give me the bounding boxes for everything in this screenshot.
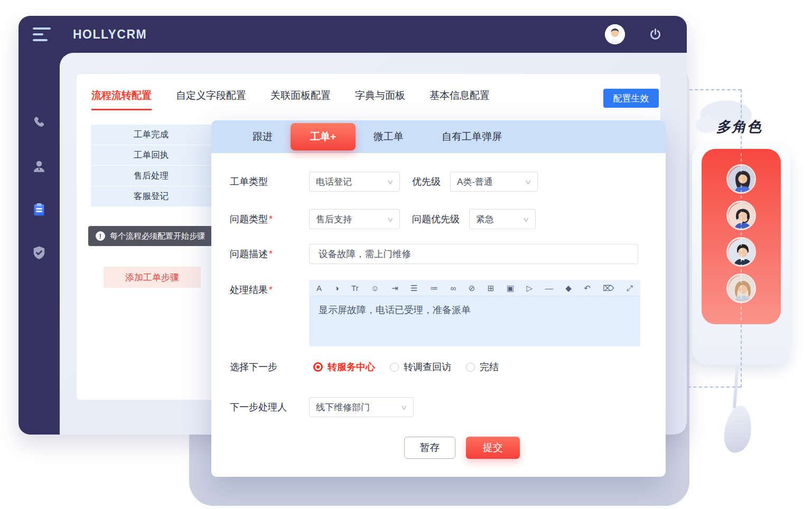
chevron-down-icon: ∨ bbox=[522, 215, 530, 223]
dashed-line bbox=[688, 387, 741, 388]
insert-link-icon[interactable]: ∞ bbox=[451, 284, 456, 292]
tab-custom-fields[interactable]: 自定义字段配置 bbox=[176, 89, 246, 110]
notice-tooltip: ! 每个流程必须配置开始步骤 bbox=[88, 226, 212, 246]
apply-config-button[interactable]: 配置生效 bbox=[603, 89, 659, 108]
tab-process-flow[interactable]: 流程流转配置 bbox=[91, 89, 152, 110]
menu-icon[interactable] bbox=[33, 27, 51, 41]
add-step-button[interactable]: 添加工单步骤 bbox=[104, 267, 201, 288]
power-icon[interactable] bbox=[648, 27, 662, 42]
dashed-line bbox=[741, 153, 742, 320]
step-item-complete[interactable]: 工单完成 bbox=[91, 125, 211, 145]
chevron-down-icon: ∨ bbox=[400, 403, 408, 411]
save-draft-button[interactable]: 暂存 bbox=[404, 437, 455, 459]
font-format-icon[interactable]: Tr bbox=[351, 284, 359, 292]
table-icon[interactable]: ⊞ bbox=[488, 284, 494, 292]
issue-desc-label: 问题描述* bbox=[230, 248, 309, 260]
drop-stem-shape bbox=[733, 363, 739, 409]
tab-dictionary-panel[interactable]: 字典与面板 bbox=[355, 89, 405, 110]
video-icon[interactable]: ▷ bbox=[527, 284, 533, 292]
radio-survey-callback[interactable]: 转调查回访 bbox=[390, 361, 451, 373]
issue-priority-label: 问题优先级 bbox=[412, 213, 460, 225]
eraser-icon[interactable]: ◆ bbox=[565, 284, 572, 292]
config-tabbar: 流程流转配置 自定义字段配置 关联面板配置 字典与面板 基本信息配置 bbox=[91, 89, 490, 110]
modal-tab-follow[interactable]: 跟进 bbox=[238, 130, 287, 144]
next-step-label: 选择下一步 bbox=[230, 361, 313, 373]
phone-icon[interactable] bbox=[31, 115, 47, 131]
emoji-icon[interactable]: ☺ bbox=[371, 284, 379, 292]
radio-service-center[interactable]: 转服务中心 bbox=[313, 361, 375, 373]
user-avatar[interactable] bbox=[605, 24, 625, 44]
notice-text: 每个流程必须配置开始步骤 bbox=[110, 231, 205, 241]
issue-type-label: 问题类型* bbox=[230, 213, 309, 225]
avatar-face bbox=[605, 24, 625, 44]
list-icon[interactable]: ≔ bbox=[430, 284, 438, 292]
multi-role-label: 多角色 bbox=[716, 117, 762, 136]
app-title: HOLLYCRM bbox=[73, 27, 147, 42]
dashed-line bbox=[741, 89, 742, 149]
text-style-icon[interactable]: A bbox=[316, 284, 322, 292]
tab-linked-panel[interactable]: 关联面板配置 bbox=[270, 89, 331, 110]
next-handler-select[interactable]: 线下维修部门∨ bbox=[309, 397, 414, 417]
workorder-clipboard-icon[interactable] bbox=[31, 202, 47, 218]
tab-basic-info[interactable]: 基本信息配置 bbox=[430, 89, 490, 110]
modal-tab-popup[interactable]: 自有工单弹屏 bbox=[418, 130, 517, 144]
sidebar bbox=[18, 53, 60, 435]
exclamation-icon: ! bbox=[96, 231, 105, 241]
chevron-down-icon: ∨ bbox=[525, 178, 532, 186]
result-label: 处理结果* bbox=[230, 280, 309, 296]
next-handler-label: 下一步处理人 bbox=[230, 401, 309, 413]
step-item-aftersales[interactable]: 售后处理 bbox=[91, 166, 211, 186]
delete-icon[interactable]: ⌦ bbox=[603, 284, 614, 292]
order-type-select[interactable]: 电话登记∨ bbox=[309, 172, 400, 192]
radio-finish[interactable]: 完结 bbox=[466, 361, 499, 373]
workorder-modal: 跟进 工单+ 微工单 自有工单弹屏 工单类型 电话登记∨ 优先级 A类-普通∨ … bbox=[211, 120, 666, 477]
editor-content[interactable]: 显示屏故障，电话已受理，准备派单 bbox=[309, 296, 640, 346]
priority-select[interactable]: A类-普通∨ bbox=[450, 172, 538, 192]
app-header: HOLLYCRM bbox=[18, 16, 687, 53]
rich-text-editor: A◑Tr☺⇥☰≔∞⊘⊞▣▷—◆↶⌦⤢ 显示屏故障，电话已受理，准备派单 bbox=[309, 280, 640, 346]
dashed-line bbox=[741, 324, 742, 388]
modal-tab-workorder[interactable]: 工单+ bbox=[291, 123, 356, 150]
shield-check-icon[interactable] bbox=[31, 245, 47, 261]
issue-type-select[interactable]: 售后支持∨ bbox=[309, 209, 400, 229]
undo-icon[interactable]: ↶ bbox=[584, 284, 591, 292]
teardrop-shape bbox=[722, 404, 754, 454]
dashed-line bbox=[689, 89, 741, 90]
chevron-down-icon: ∨ bbox=[387, 178, 394, 186]
submit-button[interactable]: 提交 bbox=[466, 437, 520, 459]
priority-label: 优先级 bbox=[412, 175, 441, 188]
cloud-shape bbox=[695, 117, 718, 133]
step-item-receipt[interactable]: 工单回执 bbox=[91, 145, 211, 166]
align-icon[interactable]: ☰ bbox=[410, 284, 417, 292]
modal-tab-micro[interactable]: 微工单 bbox=[359, 130, 418, 144]
modal-tabbar: 跟进 工单+ 微工单 自有工单弹屏 bbox=[211, 120, 666, 153]
remove-link-icon[interactable]: ⊘ bbox=[469, 284, 475, 292]
image-icon[interactable]: ▣ bbox=[507, 284, 514, 292]
fullscreen-icon[interactable]: ⤢ bbox=[627, 284, 633, 292]
radio-unselected-icon bbox=[390, 363, 399, 372]
color-palette-icon[interactable]: ◑ bbox=[334, 284, 339, 292]
workflow-step-list: 工单完成 工单回执 售后处理 客服登记 bbox=[91, 125, 211, 207]
indent-icon[interactable]: ⇥ bbox=[391, 284, 398, 292]
horizontal-rule-icon[interactable]: — bbox=[545, 284, 553, 292]
chevron-down-icon: ∨ bbox=[387, 215, 394, 223]
radio-selected-icon bbox=[313, 362, 323, 372]
issue-desc-input[interactable]: 设备故障，需上门维修 bbox=[309, 244, 638, 264]
order-type-label: 工单类型 bbox=[230, 175, 309, 188]
issue-priority-select[interactable]: 紧急∨ bbox=[469, 209, 536, 229]
step-item-register[interactable]: 客服登记 bbox=[91, 186, 211, 207]
editor-toolbar: A◑Tr☺⇥☰≔∞⊘⊞▣▷—◆↶⌦⤢ bbox=[309, 280, 640, 296]
radio-unselected-icon bbox=[466, 363, 475, 372]
person-icon[interactable] bbox=[31, 158, 47, 174]
